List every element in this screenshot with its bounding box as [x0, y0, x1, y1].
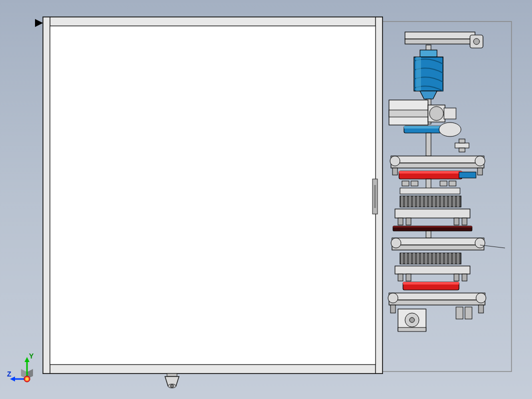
svg-rect-95: [389, 300, 485, 305]
svg-rect-3: [43, 17, 50, 374]
svg-rect-28: [459, 139, 465, 143]
svg-rect-1: [43, 17, 382, 26]
bottom-foot-knob: [165, 374, 179, 388]
svg-rect-100: [456, 307, 463, 319]
svg-rect-76: [413, 253, 415, 264]
triad-z-label: Z: [7, 370, 12, 378]
svg-rect-5: [50, 26, 376, 364]
svg-rect-12: [405, 39, 475, 44]
svg-rect-90: [454, 274, 459, 281]
svg-rect-84: [445, 253, 447, 264]
svg-point-14: [474, 38, 480, 44]
svg-rect-58: [453, 196, 455, 207]
svg-rect-74: [405, 253, 407, 264]
svg-rect-2: [43, 364, 382, 374]
spacer-plate-1: [400, 188, 460, 194]
svg-rect-38: [459, 172, 476, 178]
svg-rect-73: [401, 253, 403, 264]
svg-rect-79: [425, 253, 427, 264]
mechanism-column: [388, 32, 505, 332]
svg-rect-59: [457, 196, 459, 207]
svg-rect-47: [409, 196, 411, 207]
svg-rect-35: [478, 168, 482, 175]
svg-point-97: [476, 293, 486, 303]
svg-point-25: [439, 122, 461, 136]
svg-rect-63: [462, 218, 467, 225]
svg-rect-56: [445, 196, 447, 207]
svg-rect-50: [421, 196, 423, 207]
svg-rect-91: [462, 274, 467, 281]
svg-rect-30: [391, 156, 484, 163]
upper-support-block: [389, 100, 456, 125]
svg-rect-57: [449, 196, 451, 207]
svg-rect-61: [406, 218, 411, 225]
svg-rect-48: [413, 196, 415, 207]
svg-rect-99: [478, 305, 484, 313]
svg-rect-75: [409, 253, 411, 264]
mid-plate-2: [395, 266, 470, 274]
svg-rect-37: [399, 171, 462, 174]
lower-bearing-block: [398, 309, 426, 332]
svg-point-111: [26, 378, 29, 381]
dark-disc: [393, 226, 472, 231]
svg-rect-82: [437, 253, 439, 264]
svg-rect-77: [417, 253, 419, 264]
svg-rect-93: [403, 282, 459, 284]
svg-rect-55: [441, 196, 443, 207]
svg-rect-105: [398, 328, 426, 332]
svg-rect-81: [433, 253, 435, 264]
svg-point-33: [475, 156, 485, 166]
svg-rect-94: [389, 293, 485, 300]
main-panel-assembly: [35, 17, 382, 388]
cad-assembly-view: [0, 0, 532, 399]
svg-point-104: [410, 318, 414, 322]
lower-standoffs: [456, 307, 472, 319]
svg-rect-101: [465, 307, 472, 319]
svg-rect-43: [449, 181, 456, 186]
corner-tab-icon: [35, 19, 43, 27]
bolt-row-mid: [398, 218, 467, 225]
svg-rect-16: [416, 57, 421, 91]
svg-rect-62: [454, 218, 459, 225]
svg-rect-54: [437, 196, 439, 207]
svg-point-10: [170, 384, 174, 388]
svg-rect-67: [392, 238, 484, 245]
svg-rect-8: [167, 374, 177, 376]
svg-point-70: [475, 238, 485, 248]
svg-point-96: [388, 293, 398, 303]
view-triad[interactable]: Y Z: [10, 354, 45, 389]
svg-rect-88: [398, 274, 403, 281]
bolt-row-mid-2: [398, 274, 467, 281]
triad-svg: [10, 354, 45, 389]
svg-rect-41: [411, 181, 418, 186]
svg-rect-31: [391, 163, 484, 168]
arm-plate-2: [391, 238, 505, 250]
svg-rect-40: [402, 181, 409, 186]
svg-rect-53: [433, 196, 435, 207]
svg-rect-52: [429, 196, 431, 207]
cad-viewport[interactable]: Y Z: [0, 0, 532, 399]
svg-rect-87: [457, 253, 459, 264]
svg-rect-42: [440, 181, 447, 186]
mid-plate-1: [395, 209, 470, 218]
svg-point-21: [430, 106, 444, 120]
top-bracket-arm: [405, 32, 483, 48]
svg-rect-19: [389, 110, 428, 117]
svg-point-69: [391, 238, 401, 248]
svg-rect-45: [401, 196, 403, 207]
svg-rect-86: [453, 253, 455, 264]
svg-rect-98: [390, 305, 396, 313]
svg-rect-83: [441, 253, 443, 264]
svg-rect-51: [425, 196, 427, 207]
svg-rect-60: [398, 218, 403, 225]
panel-latch: [372, 179, 378, 214]
svg-rect-29: [459, 148, 465, 152]
svg-rect-26: [426, 133, 431, 156]
svg-rect-65: [393, 226, 472, 228]
svg-rect-46: [405, 196, 407, 207]
svg-rect-78: [421, 253, 423, 264]
svg-rect-27: [455, 143, 469, 148]
svg-rect-66: [426, 231, 431, 238]
svg-rect-49: [417, 196, 419, 207]
svg-rect-7: [374, 185, 376, 208]
